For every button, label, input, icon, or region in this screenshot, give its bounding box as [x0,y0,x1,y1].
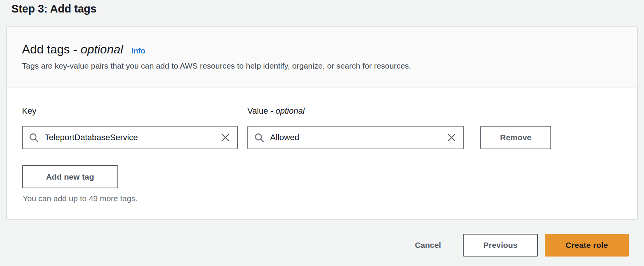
close-icon [220,133,230,142]
clear-key-button[interactable] [220,132,231,143]
tags-remaining-note: You can add up to 49 more tags. [23,193,622,204]
key-label: Key [22,105,238,117]
panel-heading-row: Add tags - optional Info [22,42,622,56]
create-role-button[interactable]: Create role [545,234,629,257]
key-label-text: Key [22,106,36,116]
value-label-optional: optional [275,106,305,116]
value-label-text: Value - [247,106,275,116]
remove-button[interactable]: Remove [480,126,551,149]
search-icon [254,133,264,143]
close-icon [447,133,456,142]
tag-row: Remove [22,126,622,149]
panel-body: Key Value - optional [7,88,637,219]
value-input[interactable] [270,133,446,142]
add-tags-panel: Add tags - optional Info Tags are key-va… [6,27,638,219]
info-link[interactable]: Info [131,47,145,55]
add-new-tag-button[interactable]: Add new tag [22,165,118,188]
panel-title: Add tags - optional [22,42,123,56]
value-input-box [247,126,464,149]
key-input-box [22,126,238,149]
footer-actions: Cancel Previous Create role [0,234,629,257]
search-icon [29,133,39,143]
panel-description: Tags are key-value pairs that you can ad… [22,60,622,72]
key-input[interactable] [45,133,220,142]
clear-value-button[interactable] [446,132,457,143]
previous-button[interactable]: Previous [463,234,538,257]
page-title: Step 3: Add tags [11,2,644,16]
cancel-button[interactable]: Cancel [415,241,441,250]
value-label: Value - optional [247,105,464,117]
tag-labels-row: Key Value - optional [22,105,622,117]
panel-title-text: Add tags - [22,42,81,56]
panel-title-optional: optional [81,42,123,56]
panel-header: Add tags - optional Info Tags are key-va… [7,27,637,88]
